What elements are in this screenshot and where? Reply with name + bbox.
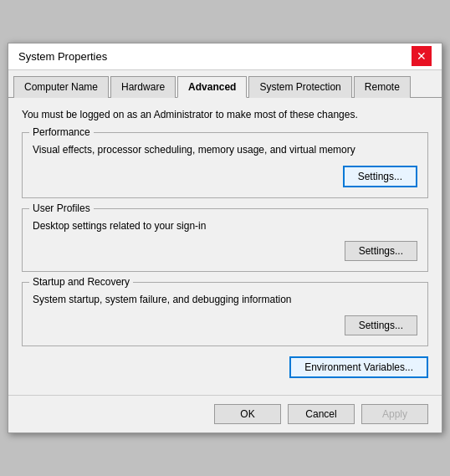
dialog-footer: OK Cancel Apply (8, 395, 442, 432)
admin-info-text: You must be logged on as an Administrato… (22, 108, 428, 122)
tab-computer-name[interactable]: Computer Name (13, 76, 109, 98)
user-profiles-description: Desktop settings related to your sign-in (33, 219, 417, 233)
performance-settings-button[interactable]: Settings... (343, 166, 417, 187)
tab-content: You must be logged on as an Administrato… (8, 98, 442, 395)
user-profiles-actions: Settings... (33, 241, 417, 261)
cancel-button[interactable]: Cancel (288, 404, 355, 424)
performance-group: Performance Visual effects, processor sc… (22, 132, 428, 198)
performance-description: Visual effects, processor scheduling, me… (33, 143, 417, 157)
tab-bar: Computer Name Hardware Advanced System P… (8, 70, 442, 98)
env-variables-row: Environment Variables... (22, 356, 428, 378)
startup-recovery-group-label: Startup and Recovery (29, 276, 133, 288)
ok-button[interactable]: OK (214, 404, 281, 424)
dialog-title: System Properties (18, 50, 107, 63)
tab-remote[interactable]: Remote (354, 76, 411, 98)
environment-variables-button[interactable]: Environment Variables... (289, 356, 428, 378)
system-properties-dialog: System Properties ✕ Computer Name Hardwa… (8, 43, 442, 433)
close-button[interactable]: ✕ (412, 46, 432, 66)
startup-recovery-settings-button[interactable]: Settings... (345, 315, 417, 335)
tab-hardware[interactable]: Hardware (110, 76, 176, 98)
startup-recovery-group: Startup and Recovery System startup, sys… (22, 282, 428, 346)
performance-actions: Settings... (33, 166, 417, 187)
tab-advanced[interactable]: Advanced (177, 76, 247, 98)
user-profiles-group: User Profiles Desktop settings related t… (22, 208, 428, 273)
startup-recovery-description: System startup, system failure, and debu… (33, 293, 417, 307)
title-bar: System Properties ✕ (8, 44, 442, 70)
user-profiles-settings-button[interactable]: Settings... (345, 241, 417, 261)
tab-system-protection[interactable]: System Protection (248, 76, 351, 98)
apply-button[interactable]: Apply (361, 404, 428, 424)
user-profiles-group-label: User Profiles (29, 202, 94, 214)
startup-recovery-actions: Settings... (33, 315, 417, 335)
performance-group-label: Performance (29, 126, 94, 138)
